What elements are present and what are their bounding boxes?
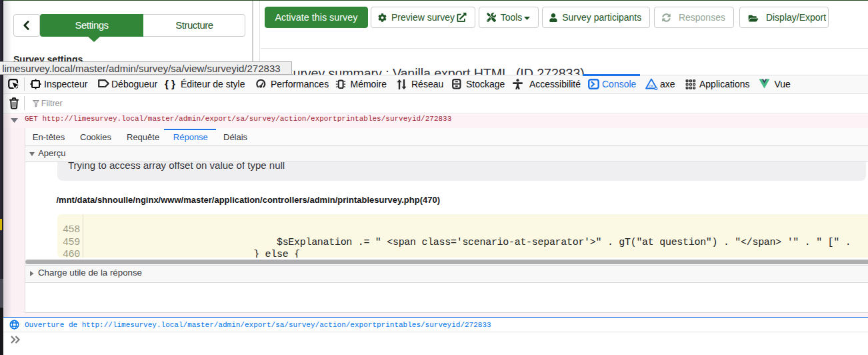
svg-text:OK: OK — [649, 84, 654, 88]
